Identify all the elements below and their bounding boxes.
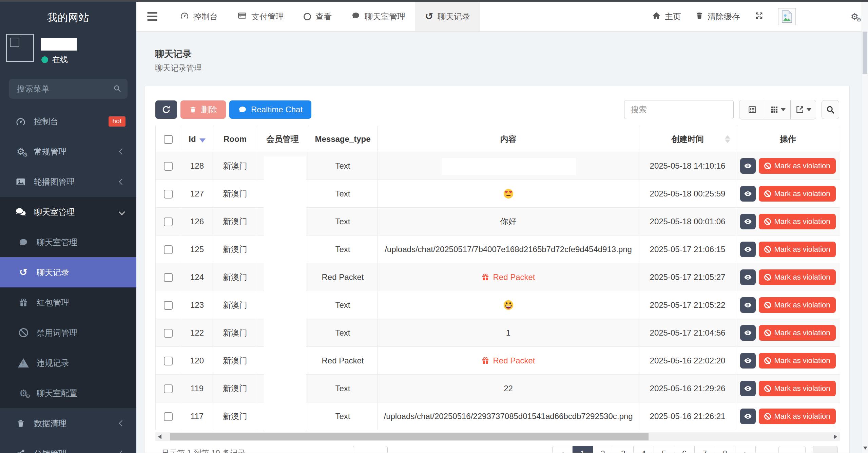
mark-violation-button[interactable]: Mark as violation — [759, 214, 835, 229]
scroll-right-arrow-icon[interactable] — [834, 434, 837, 439]
view-button[interactable] — [740, 186, 756, 202]
view-button[interactable] — [740, 297, 756, 313]
row-checkbox[interactable] — [164, 245, 173, 254]
mark-violation-button[interactable]: Mark as violation — [759, 325, 835, 341]
settings-button[interactable]: ⚙⚙ — [851, 12, 859, 21]
page-button[interactable]: 7 — [695, 446, 715, 453]
mark-violation-button[interactable]: Mark as violation — [759, 269, 835, 285]
view-button[interactable] — [740, 269, 756, 285]
sidebar-subitem-banned-words[interactable]: 禁用词管理 — [0, 318, 136, 348]
header-message-type[interactable]: Message_type — [308, 126, 378, 152]
header-room[interactable]: Room — [213, 126, 257, 152]
page-jump-box[interactable] — [778, 446, 806, 453]
row-checkbox[interactable] — [164, 412, 173, 421]
page-button[interactable]: 1 — [573, 446, 593, 453]
search-submit-button[interactable] — [822, 100, 839, 119]
page-extra-button[interactable] — [813, 446, 838, 453]
row-checkbox[interactable] — [164, 329, 173, 338]
view-button[interactable] — [740, 214, 756, 229]
mark-violation-button[interactable]: Mark as violation — [759, 381, 835, 396]
table-search-input[interactable] — [624, 100, 734, 119]
page-button[interactable]: 4 — [634, 446, 654, 453]
sidebar-item-carousel[interactable]: 轮播图管理 — [0, 167, 136, 197]
cell-id: 124 — [181, 263, 213, 291]
cell-room: 新澳门 — [213, 180, 257, 208]
realtime-chat-button[interactable]: Realtime Chat — [229, 100, 311, 119]
dashboard-icon — [13, 116, 28, 127]
row-checkbox[interactable] — [164, 273, 173, 282]
row-checkbox[interactable] — [164, 190, 173, 199]
row-checkbox[interactable] — [164, 384, 173, 393]
page-button[interactable]: 5 — [654, 446, 674, 453]
tab-chatroom-mgmt[interactable]: 聊天室管理 — [342, 2, 415, 31]
mark-violation-button[interactable]: Mark as violation — [759, 186, 835, 202]
hamburger-menu-icon[interactable] — [147, 12, 157, 21]
header-member[interactable]: 会员管理 — [257, 126, 308, 152]
sidebar-subitem-chatroom[interactable]: 聊天室管理 — [0, 227, 136, 257]
mark-violation-button[interactable]: Mark as violation — [759, 353, 835, 369]
page-button[interactable]: 8 — [715, 446, 735, 453]
scroll-left-arrow-icon[interactable] — [158, 434, 161, 439]
sidebar-menu: 控制台 hot ⚙⚙ 常规管理 轮播图管理 聊天 — [0, 106, 136, 453]
mark-violation-button[interactable]: Mark as violation — [759, 242, 835, 257]
tab-view[interactable]: 查看 — [294, 2, 342, 31]
red-packet-link[interactable]: Red Packet — [378, 272, 639, 282]
page-button[interactable]: 3 — [613, 446, 634, 453]
sidebar-item-distribution[interactable]: 分销管理 — [0, 438, 136, 453]
view-button[interactable] — [740, 325, 756, 341]
view-button[interactable] — [740, 381, 756, 396]
sidebar-item-data-cleanup[interactable]: 数据清理 — [0, 408, 136, 438]
header-id[interactable]: Id — [181, 126, 213, 152]
user-avatar[interactable] — [778, 8, 796, 25]
sidebar-item-general[interactable]: ⚙⚙ 常规管理 — [0, 136, 136, 167]
view-button[interactable] — [740, 353, 756, 369]
page-size-select[interactable] — [353, 446, 388, 453]
sidebar-item-chatroom-mgmt[interactable]: 聊天室管理 — [0, 197, 136, 227]
mark-violation-button[interactable]: Mark as violation — [759, 158, 835, 174]
home-button[interactable]: 主页 — [652, 11, 681, 22]
delete-button[interactable]: 删除 — [180, 100, 226, 119]
fullscreen-button[interactable] — [754, 11, 764, 22]
page-next-button[interactable]: › — [735, 446, 756, 453]
columns-button[interactable] — [765, 100, 790, 119]
sidebar-subitem-chat-records[interactable]: ↺ 聊天记录 — [0, 257, 136, 287]
sidebar-subitem-redpacket[interactable]: 红包管理 — [0, 287, 136, 318]
table-row: 119 新澳门 Text 22 2025-05-16 21:29:26 Mark… — [156, 375, 840, 402]
tab-payments[interactable]: 支付管理 — [228, 2, 294, 31]
sidebar-item-dashboard[interactable]: 控制台 hot — [0, 106, 136, 136]
export-button[interactable] — [790, 100, 816, 119]
header-content[interactable]: 内容 — [378, 126, 639, 152]
detail-view-button[interactable] — [739, 100, 765, 119]
clear-cache-button[interactable]: 清除缓存 — [695, 11, 740, 22]
menu-search-input[interactable] — [9, 79, 128, 99]
pagination-info: 显示第 1 到第 10 条记录 — [161, 445, 246, 453]
row-checkbox[interactable] — [164, 162, 173, 171]
sidebar-subitem-chatroom-config[interactable]: ⚙⚙ 聊天室配置 — [0, 378, 136, 408]
page-prev-button[interactable]: ‹ — [552, 446, 573, 453]
refresh-button[interactable] — [155, 100, 177, 119]
table-row: 125 新澳门 Text /uploads/chat/20250517/7b40… — [156, 235, 840, 263]
scrollbar-thumb[interactable] — [170, 433, 649, 440]
mark-violation-button[interactable]: Mark as violation — [759, 297, 835, 313]
tab-dashboard[interactable]: 控制台 — [170, 2, 228, 31]
row-checkbox[interactable] — [164, 357, 173, 365]
sidebar-subitem-violations[interactable]: 违规记录 — [0, 348, 136, 378]
row-checkbox[interactable] — [164, 218, 173, 226]
mark-violation-button[interactable]: Mark as violation — [759, 409, 835, 424]
view-button[interactable] — [740, 409, 756, 424]
cell-actions: Mark as violation — [736, 375, 840, 402]
page-button[interactable]: 2 — [593, 446, 613, 453]
member-column-redaction — [264, 156, 306, 440]
view-button[interactable] — [740, 158, 756, 174]
page-button[interactable]: 6 — [674, 446, 695, 453]
tab-chat-records[interactable]: ↺ 聊天记录 — [415, 2, 480, 31]
red-packet-link[interactable]: Red Packet — [378, 356, 639, 365]
view-button[interactable] — [740, 242, 756, 257]
header-created-time[interactable]: 创建时间 — [639, 126, 736, 152]
row-checkbox[interactable] — [164, 301, 173, 310]
select-all-checkbox[interactable] — [164, 135, 173, 144]
scrollbar-thumb[interactable] — [863, 32, 867, 74]
scroll-down-arrow-icon[interactable] — [863, 447, 867, 450]
vertical-scrollbar[interactable] — [862, 2, 868, 453]
horizontal-scrollbar[interactable] — [155, 432, 840, 441]
